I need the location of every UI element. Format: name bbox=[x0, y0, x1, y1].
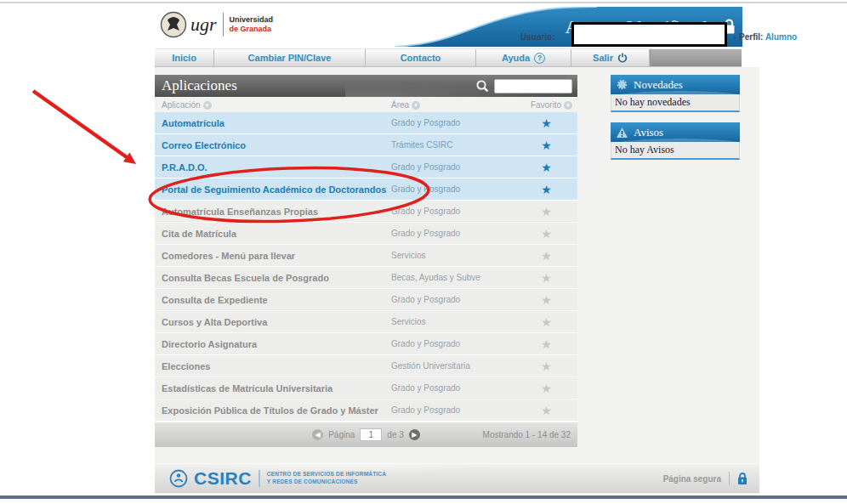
chevron-down-icon: ▾ bbox=[412, 101, 420, 110]
table-row: Automatrícula Grado y Posgrado ★ bbox=[155, 112, 577, 134]
ugr-acronym: ugr bbox=[190, 14, 217, 36]
table-row: Elecciones Gestión Universitaria ★ bbox=[155, 355, 577, 377]
applications-header: Aplicaciones bbox=[155, 75, 577, 97]
nav-item-contacto[interactable]: Contacto bbox=[366, 49, 476, 66]
favorite-star-icon[interactable]: ★ bbox=[527, 184, 577, 195]
app-link[interactable]: Cursos y Alta Deportiva bbox=[162, 317, 391, 327]
app-link[interactable]: Elecciones bbox=[162, 361, 391, 371]
ugr-logo: ugr Universidad de Granada bbox=[160, 9, 273, 40]
app-area-label: Servicios bbox=[391, 317, 527, 326]
main-nav: Inicio Cambiar PIN/Clave Contacto Ayuda … bbox=[155, 48, 742, 67]
favorite-star-icon[interactable]: ★ bbox=[527, 272, 577, 284]
table-row: Automatrícula Enseñanzas Propias Grado y… bbox=[155, 201, 577, 223]
app-link[interactable]: Automatrícula Enseñanzas Propias bbox=[162, 207, 391, 217]
app-area-label: Gestión Universitaria bbox=[391, 361, 527, 371]
favorite-star-icon[interactable]: ★ bbox=[527, 316, 577, 328]
app-link[interactable]: Consulta Becas Escuela de Posgrado bbox=[162, 273, 391, 283]
annotation-arrowhead bbox=[123, 153, 136, 164]
app-link[interactable]: Comedores - Menú para llevar bbox=[162, 251, 391, 261]
next-page-icon[interactable]: ▶ bbox=[409, 429, 420, 440]
app-area-label: Grado y Posgrado bbox=[391, 207, 527, 216]
redacted-username-overlay bbox=[571, 22, 727, 47]
table-row: Directorio Asignatura Grado y Posgrado ★ bbox=[155, 333, 577, 355]
app-area-label: Servicios bbox=[391, 251, 527, 260]
secure-page-label: Página segura bbox=[663, 474, 721, 484]
avisos-empty-text: No hay Avisos bbox=[611, 142, 740, 160]
nav-item-inicio[interactable]: Inicio bbox=[155, 49, 214, 66]
app-link[interactable]: Correo Electrónico bbox=[162, 140, 391, 150]
prev-page-icon[interactable]: ◀ bbox=[312, 429, 323, 440]
app-link[interactable]: Automatrícula bbox=[162, 118, 391, 128]
favorite-star-icon[interactable]: ★ bbox=[527, 117, 577, 129]
table-row: Exposición Pública de Títulos de Grado y… bbox=[155, 399, 577, 422]
novedades-header: Novedades bbox=[611, 75, 740, 94]
app-area-label: Grado y Posgrado bbox=[391, 383, 527, 393]
favorite-star-icon[interactable]: ★ bbox=[527, 228, 577, 240]
csirc-divider bbox=[259, 470, 260, 487]
favorite-star-icon[interactable]: ★ bbox=[527, 360, 577, 372]
page-number-input[interactable] bbox=[360, 428, 382, 441]
app-area-label: Grado y Posgrado bbox=[391, 295, 527, 304]
table-row: Comedores - Menú para llevar Servicios ★ bbox=[155, 245, 577, 267]
lock-icon bbox=[737, 472, 748, 485]
favorite-star-icon[interactable]: ★ bbox=[527, 161, 577, 173]
app-link[interactable]: P.R.A.D.O. bbox=[162, 162, 391, 173]
table-column-headers: Aplicación▾ Área▾ Favorito▾ bbox=[155, 97, 577, 112]
app-link[interactable]: Estadísticas de Matrícula Universitaria bbox=[162, 383, 391, 394]
novedades-empty-text: No hay novedades bbox=[611, 94, 740, 112]
csirc-subtitle: CENTRO DE SERVICIOS DE INFORMÁTICA Y RED… bbox=[267, 471, 386, 486]
search-area bbox=[475, 75, 572, 97]
sidebar: Novedades No hay novedades Avisos No hay… bbox=[611, 75, 740, 160]
csirc-emblem-icon bbox=[168, 468, 189, 489]
app-link[interactable]: Cita de Matrícula bbox=[162, 229, 391, 239]
nav-filler-bar bbox=[650, 49, 742, 66]
power-icon bbox=[617, 53, 628, 63]
table-row: Correo Electrónico Trámites CSIRC ★ bbox=[155, 134, 577, 156]
secure-divider bbox=[729, 472, 730, 485]
favorite-star-icon[interactable]: ★ bbox=[527, 405, 577, 416]
app-link[interactable]: Directorio Asignatura bbox=[162, 339, 391, 349]
column-header-area[interactable]: Área▾ bbox=[391, 100, 527, 110]
nav-item-cambiar-pin[interactable]: Cambiar PIN/Clave bbox=[214, 49, 366, 66]
table-row: Cita de Matrícula Grado y Posgrado ★ bbox=[155, 223, 577, 245]
column-header-favorito[interactable]: Favorito▾ bbox=[531, 100, 572, 110]
sun-badge-icon bbox=[616, 78, 628, 91]
app-area-label: Becas, Ayudas y Subve bbox=[391, 273, 527, 282]
favorite-star-icon[interactable]: ★ bbox=[527, 382, 577, 394]
avisos-title: Avisos bbox=[634, 126, 663, 139]
favorite-star-icon[interactable]: ★ bbox=[527, 294, 577, 306]
app-area-label: Grado y Posgrado bbox=[391, 229, 527, 238]
usuario-label: Usuario: bbox=[520, 32, 555, 42]
chevron-down-icon: ▾ bbox=[203, 101, 212, 110]
favorite-star-icon[interactable]: ★ bbox=[527, 250, 577, 262]
app-area-label: Grado y Posgrado bbox=[391, 162, 527, 172]
csirc-logo: CSIRC CENTRO DE SERVICIOS DE INFORMÁTICA… bbox=[168, 468, 386, 489]
applications-title: Aplicaciones bbox=[162, 77, 237, 94]
chevron-down-icon: ▾ bbox=[564, 101, 572, 110]
app-link[interactable]: Exposición Pública de Títulos de Grado y… bbox=[162, 405, 391, 416]
sidebar-gap bbox=[611, 112, 740, 122]
favorite-star-icon[interactable]: ★ bbox=[527, 139, 577, 151]
help-circle-icon: ? bbox=[534, 53, 545, 64]
app-area-label: Grado y Posgrado bbox=[391, 405, 527, 415]
search-input[interactable] bbox=[494, 79, 572, 93]
app-link[interactable]: Consulta de Expediente bbox=[162, 295, 391, 305]
warning-triangle-icon bbox=[616, 127, 628, 139]
pagination-bar: ◀ Página de 3 ▶ Mostrando 1 - 14 de 32 bbox=[155, 422, 577, 447]
app-link[interactable]: Portal de Seguimiento Académico de Docto… bbox=[162, 184, 391, 195]
nav-item-salir[interactable]: Salir bbox=[571, 49, 650, 66]
favorite-star-icon[interactable]: ★ bbox=[527, 338, 577, 350]
novedades-title: Novedades bbox=[634, 78, 683, 92]
favorite-star-icon[interactable]: ★ bbox=[527, 206, 577, 218]
showing-range-label: Mostrando 1 - 14 de 32 bbox=[483, 430, 571, 439]
app-area-label: Trámites CSIRC bbox=[391, 140, 527, 150]
university-name: Universidad de Granada bbox=[230, 15, 274, 35]
column-header-aplicacion[interactable]: Aplicación▾ bbox=[162, 100, 391, 110]
table-row: Estadísticas de Matrícula Universitaria … bbox=[155, 377, 577, 399]
secure-page-indicator: Página segura bbox=[663, 472, 748, 485]
page-footer: CSIRC CENTRO DE SERVICIOS DE INFORMÁTICA… bbox=[155, 463, 759, 493]
page-label: Página bbox=[328, 430, 355, 439]
app-area-label: Grado y Posgrado bbox=[391, 118, 527, 127]
portal-page: ugr Universidad de Granada Acceso Identi… bbox=[155, 0, 759, 504]
nav-item-ayuda[interactable]: Ayuda ? bbox=[476, 49, 571, 66]
